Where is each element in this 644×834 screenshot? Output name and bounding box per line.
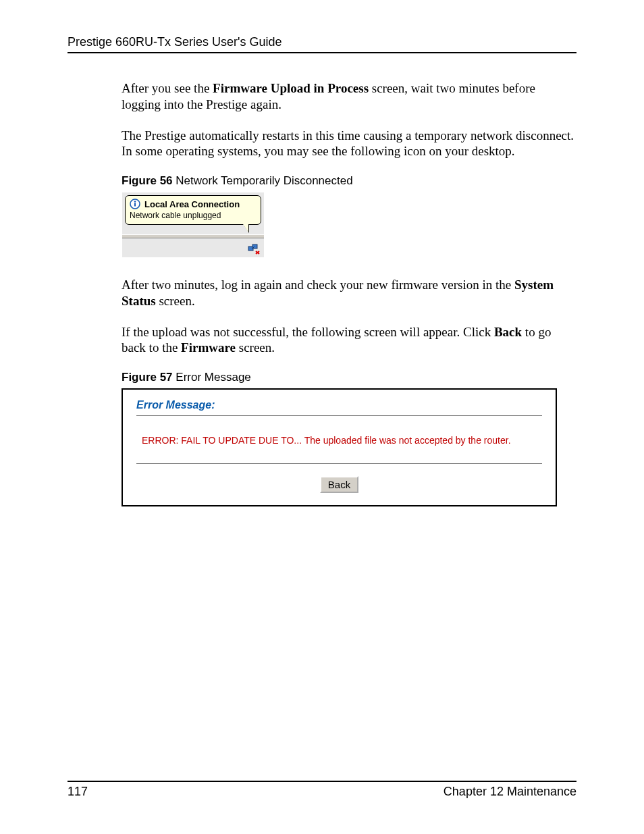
taskbar-strip	[122, 234, 264, 238]
notification-balloon: Local Area Connection Network cable unpl…	[125, 195, 261, 225]
p3-post: screen.	[156, 294, 195, 308]
figure-57-caption: Figure 57 Error Message	[68, 371, 576, 384]
p4-pre: If the upload was not successful, the fo…	[122, 325, 494, 339]
figure-56-image: Local Area Connection Network cable unpl…	[122, 192, 265, 258]
back-button[interactable]: Back	[320, 476, 358, 493]
figure-56-number: Figure 56	[122, 174, 173, 187]
p4-bold1: Back	[494, 325, 522, 339]
p1-bold: Firmware Upload in Process	[213, 81, 369, 95]
paragraph-3: After two minutes, log in again and chec…	[68, 277, 576, 309]
figure-56-title: Network Temporarily Disconnected	[173, 174, 353, 187]
balloon-tail	[243, 224, 248, 232]
chapter-label: Chapter 12 Maintenance	[444, 785, 576, 799]
balloon-message: Network cable unplugged	[130, 211, 257, 220]
info-icon	[130, 199, 140, 209]
p1-pre: After you see the	[122, 81, 213, 95]
page-header: Prestige 660RU-Tx Series User's Guide	[68, 35, 576, 53]
p3-pre: After two minutes, log in again and chec…	[122, 278, 514, 292]
p4-post: screen.	[236, 340, 275, 355]
error-dialog-body: ERROR: FAIL TO UPDATE DUE TO... The uplo…	[136, 435, 542, 464]
figure-57-title: Error Message	[173, 371, 251, 384]
p4-bold2: Firmware	[181, 340, 236, 355]
network-tray-icon	[248, 244, 260, 255]
paragraph-1: After you see the Firmware Upload in Pro…	[68, 80, 576, 113]
page-number: 117	[68, 785, 88, 799]
error-dialog-heading: Error Message:	[136, 399, 542, 416]
svg-point-1	[134, 201, 136, 202]
figure-57-error-dialog: Error Message: ERROR: FAIL TO UPDATE DUE…	[122, 388, 557, 506]
svg-rect-2	[134, 203, 136, 207]
balloon-title: Local Area Connection	[144, 199, 240, 209]
figure-57-number: Figure 57	[122, 371, 173, 384]
paragraph-4: If the upload was not successful, the fo…	[68, 324, 576, 357]
paragraph-2: The Prestige automatically restarts in t…	[68, 128, 576, 160]
figure-56-caption: Figure 56 Network Temporarily Disconnect…	[68, 174, 576, 188]
page-footer: 117 Chapter 12 Maintenance	[68, 781, 576, 799]
